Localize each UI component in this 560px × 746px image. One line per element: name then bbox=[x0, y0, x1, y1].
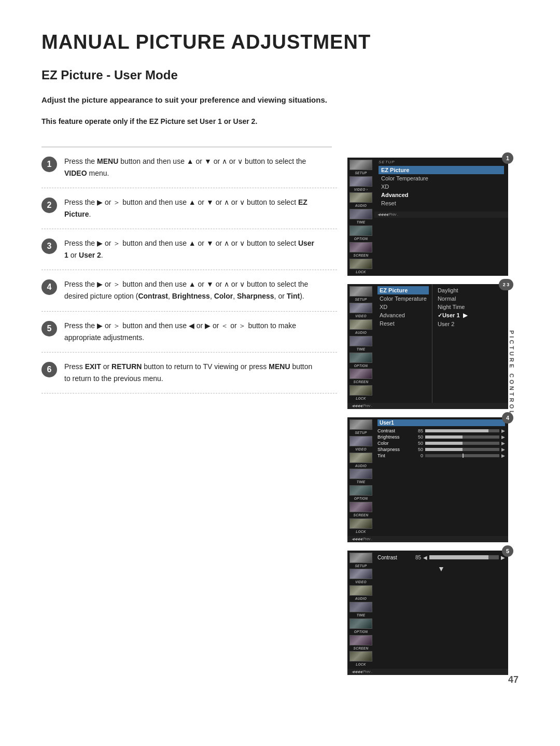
row-contrast: Contrast 85 ▶ bbox=[377, 428, 505, 434]
bar-fill-color bbox=[425, 442, 463, 445]
menu2-xd: XD bbox=[377, 303, 429, 311]
user1-title: User1 bbox=[377, 419, 505, 426]
menu-item-xd: XD bbox=[379, 182, 504, 191]
thumb-label-lock: LOCK bbox=[356, 270, 366, 274]
prev-label-3: ◀◀◀◀ Prev . bbox=[347, 536, 508, 542]
bar-color bbox=[425, 442, 499, 445]
menu2-color-temp: Color Temperature bbox=[377, 294, 429, 303]
ss-badge-1: 1 bbox=[502, 152, 513, 164]
thumb3-label-screen: SCREEN bbox=[354, 513, 369, 517]
menu2-advanced: Advanced bbox=[377, 311, 429, 319]
thumb-lock bbox=[349, 259, 372, 269]
label-color: Color bbox=[377, 441, 412, 446]
row-tint: Tint 0 ▶ bbox=[377, 453, 505, 459]
step-3: 3 Press the ▶ or ＞ button and then use ▲… bbox=[41, 229, 337, 270]
thumb-option bbox=[349, 226, 372, 236]
val-contrast: 85 bbox=[414, 428, 423, 433]
menu-item-color-temp: Color Temperature bbox=[379, 174, 504, 182]
tv-contrast-content: Contrast 85 ◀ ▶ ▼ bbox=[374, 551, 508, 669]
thumb-label-audio: AUDIO bbox=[355, 204, 367, 208]
step-text-4: Press the ▶ or ＞ button and then use ▲ o… bbox=[64, 278, 318, 302]
bar-fill-contrast bbox=[425, 429, 488, 432]
menu-item-advanced: Advanced bbox=[379, 191, 504, 199]
thumb2-label-setup: SETUP bbox=[355, 298, 367, 302]
thumb4-video bbox=[349, 569, 372, 579]
step-circle-6: 6 bbox=[41, 362, 57, 377]
step-4: 4 Press the ▶ or ＞ button and then use ▲… bbox=[41, 270, 337, 311]
arrow-contrast: ▶ bbox=[501, 428, 505, 433]
thumb4-setup bbox=[349, 553, 372, 563]
thumb2-time bbox=[349, 336, 372, 346]
thumb4-time bbox=[349, 602, 372, 612]
thumb-label-setup: SETUP bbox=[355, 171, 367, 175]
steps-left: 1 Press the MENU button and then use ▲ o… bbox=[41, 147, 337, 675]
thumb-label-option: OPTION bbox=[354, 237, 368, 241]
ss-badge-4: 4 bbox=[502, 412, 513, 424]
val-contrast-single: 85 bbox=[411, 555, 421, 560]
thumb3-audio bbox=[349, 453, 372, 463]
arrow-color: ▶ bbox=[501, 441, 505, 446]
thumb2-screen bbox=[349, 369, 372, 379]
menu-title-1: SETUP bbox=[379, 160, 504, 164]
step-6: 6 Press EXIT or RETURN button to return … bbox=[41, 353, 337, 393]
thumb3-time bbox=[349, 469, 372, 479]
bar-fill-brightness bbox=[425, 435, 463, 439]
down-arrow-indicator: ▼ bbox=[377, 565, 505, 573]
val-brightness: 50 bbox=[414, 434, 423, 440]
thumb-setup bbox=[349, 160, 372, 170]
subtitle: EZ Picture - User Mode bbox=[41, 68, 519, 82]
thumb2-label-video: VIDEO bbox=[355, 314, 367, 318]
prev-label-1: ◀◀◀◀ Prev . bbox=[374, 212, 508, 218]
menu-item-ez-picture: EZ Picture bbox=[379, 166, 504, 174]
screenshot-4: 5 SETUP VIDEO AUDIO TIME bbox=[347, 551, 508, 675]
thumb3-screen bbox=[349, 502, 372, 512]
contrast-row-single: Contrast 85 ◀ ▶ bbox=[377, 555, 505, 560]
thumb-time bbox=[349, 209, 372, 219]
thumb-label-video: VIDEO › bbox=[354, 188, 368, 192]
thumb2-option bbox=[349, 353, 372, 363]
step-text-2: Press the ▶ or ＞ button and then use ▲ o… bbox=[64, 196, 318, 220]
bar-brightness bbox=[425, 435, 499, 439]
prev-label-4: ◀◀◀◀ Prev . bbox=[347, 669, 508, 675]
tv-menu-4: SETUP VIDEO AUDIO TIME OPTION SCREEN bbox=[347, 551, 508, 669]
tint-marker bbox=[463, 454, 464, 458]
thumb4-lock bbox=[349, 651, 372, 661]
thumb4-label-screen: SCREEN bbox=[354, 646, 369, 651]
tv-sidebar-1: SETUP VIDEO › AUDIO TIME OPTION SCREEN bbox=[347, 158, 374, 276]
label-contrast-single: Contrast bbox=[377, 555, 409, 560]
step-text-1: Press the MENU button and then use ▲ or … bbox=[64, 156, 318, 179]
thumb4-label-lock: LOCK bbox=[356, 663, 366, 667]
row-sharpness: Sharpness 50 ▶ bbox=[377, 446, 505, 453]
tv-sidebar-3: SETUP VIDEO AUDIO TIME OPTION SCREEN bbox=[347, 417, 374, 536]
prev-label-2: ◀◀◀◀ Prev . bbox=[347, 403, 508, 409]
thumb3-option bbox=[349, 485, 372, 496]
arrow-tint: ▶ bbox=[501, 453, 505, 458]
steps-right: 1 SETUP VIDEO › AUDIO TIME bbox=[337, 147, 519, 675]
thumb4-label-option: OPTION bbox=[354, 630, 368, 634]
tv-menu-2: SETUP VIDEO AUDIO TIME OPTION SCREEN bbox=[347, 284, 508, 403]
thumb2-label-audio: AUDIO bbox=[355, 331, 367, 335]
menu-item-reset: Reset bbox=[379, 199, 504, 207]
thumb4-label-setup: SETUP bbox=[355, 564, 367, 568]
screenshot-3: 4 SETUP VIDEO AUDIO TIME bbox=[347, 417, 508, 542]
main-title: MANUAL PICTURE ADJUSTMENT bbox=[41, 31, 519, 53]
step-circle-3: 3 bbox=[41, 238, 57, 254]
tv-sidebar-2: SETUP VIDEO AUDIO TIME OPTION SCREEN bbox=[347, 284, 374, 403]
step-2: 2 Press the ▶ or ＞ button and then use ▲… bbox=[41, 188, 337, 229]
arrow-sharpness: ▶ bbox=[501, 447, 505, 452]
screenshot-1: 1 SETUP VIDEO › AUDIO TIME bbox=[347, 158, 508, 276]
sub2-normal: Normal bbox=[436, 294, 469, 303]
thumb-label-time: TIME bbox=[357, 220, 366, 224]
thumb3-label-video: VIDEO bbox=[355, 447, 367, 452]
row-brightness: Brightness 50 ▶ bbox=[377, 434, 505, 440]
bar-contrast bbox=[425, 429, 499, 432]
bar-fill-tint bbox=[425, 454, 463, 457]
tv-sidebar-4: SETUP VIDEO AUDIO TIME OPTION SCREEN bbox=[347, 551, 374, 669]
val-tint: 0 bbox=[414, 453, 423, 458]
thumb4-option bbox=[349, 618, 372, 629]
step-5: 5 Press the ▶ or ＞ button and then use ◀… bbox=[41, 312, 337, 353]
arrow-left-contrast: ◀ bbox=[423, 555, 427, 560]
thumb3-label-audio: AUDIO bbox=[355, 464, 367, 468]
step-circle-1: 1 bbox=[41, 157, 57, 172]
bar-tint bbox=[425, 454, 499, 457]
